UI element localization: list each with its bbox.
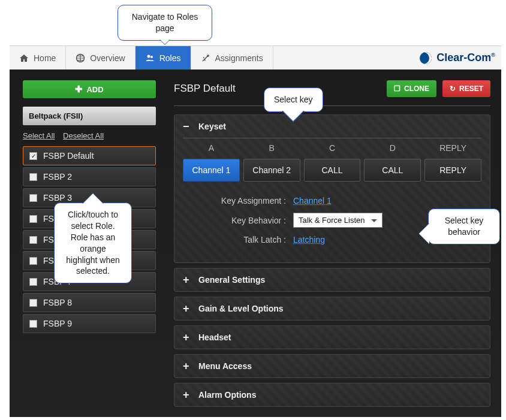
nav-overview[interactable]: Overview xyxy=(66,46,135,70)
home-icon xyxy=(19,53,29,63)
main: FSBP Default ❐ CLONE ↻ RESET − Keyset A … xyxy=(174,80,490,417)
wand-icon xyxy=(201,53,210,63)
checkbox-icon[interactable] xyxy=(29,194,37,202)
top-nav: Home Overview Roles Assignments Clear-Co… xyxy=(10,46,501,70)
role-label: FSBP 2 xyxy=(43,172,72,182)
clone-button[interactable]: ❐ CLONE xyxy=(387,80,436,97)
section-general-settings: + General Settings xyxy=(174,268,490,292)
svg-point-1 xyxy=(147,55,150,58)
key-button-d[interactable]: CALL xyxy=(364,159,421,182)
reset-icon: ↻ xyxy=(450,84,456,93)
plus-icon: + xyxy=(183,274,191,285)
talk-latch-label: Talk Latch : xyxy=(183,235,291,244)
key-behavior-label: Key Behavior : xyxy=(183,216,291,225)
section-headset: + Headset xyxy=(174,325,490,349)
section-title: General Settings xyxy=(198,275,265,285)
plus-icon: + xyxy=(183,332,191,343)
nav-label: Overview xyxy=(90,53,125,63)
brand-logo-icon xyxy=(420,52,432,64)
talk-latch-value[interactable]: Latching xyxy=(293,235,325,244)
nav-assignments[interactable]: Assignments xyxy=(191,46,273,70)
key-button-c[interactable]: CALL xyxy=(304,159,361,182)
main-header: FSBP Default ❐ CLONE ↻ RESET xyxy=(174,80,490,106)
plus-icon: + xyxy=(183,389,191,400)
plus-icon: ✚ xyxy=(75,84,83,95)
key-button-b[interactable]: Channel 2 xyxy=(243,159,300,182)
section-title: Alarm Options xyxy=(198,390,256,400)
checkbox-icon[interactable] xyxy=(29,215,37,223)
checkbox-icon[interactable] xyxy=(29,320,37,328)
callout-nav: Navigate to Roles page xyxy=(118,5,212,41)
reset-label: RESET xyxy=(459,84,483,93)
section-menu-access: + Menu Access xyxy=(174,354,490,378)
section-toggle[interactable]: + Gain & Level Options xyxy=(174,297,490,320)
role-item[interactable]: ✓ FSBP Default xyxy=(23,146,156,165)
section-toggle[interactable]: + General Settings xyxy=(174,268,490,291)
section-alarm-options: + Alarm Options xyxy=(174,383,490,407)
callout-role: Click/touch to select Role. Role has an … xyxy=(54,203,132,283)
section-toggle[interactable]: + Alarm Options xyxy=(174,383,490,406)
plus-icon: + xyxy=(183,361,191,371)
callout-behavior: Select key behavior xyxy=(428,209,500,244)
select-all-link[interactable]: Select All xyxy=(23,131,55,140)
role-label: FSBP 3 xyxy=(43,193,72,203)
add-button[interactable]: ✚ ADD xyxy=(23,80,156,98)
nav-home[interactable]: Home xyxy=(10,46,66,70)
section-title: Headset xyxy=(198,333,231,342)
clone-icon: ❐ xyxy=(394,84,400,93)
brand: Clear-Com® xyxy=(414,46,501,70)
key-header: C xyxy=(304,138,361,159)
role-label: FSBP 9 xyxy=(43,319,72,328)
plus-icon: + xyxy=(183,303,191,314)
checkbox-icon[interactable]: ✓ xyxy=(29,152,37,160)
keyset-row: A Channel 1 B Channel 2 C CALL D CALL xyxy=(183,138,481,182)
section-toggle[interactable]: + Headset xyxy=(174,326,490,349)
clone-label: CLONE xyxy=(404,84,429,93)
section-title: Menu Access xyxy=(198,361,252,371)
users-icon xyxy=(145,53,155,63)
role-item[interactable]: FSBP 9 xyxy=(23,314,156,333)
reset-button[interactable]: ↻ RESET xyxy=(442,80,490,97)
section-title: Keyset xyxy=(198,122,226,131)
nav-label: Home xyxy=(34,53,56,63)
checkbox-icon[interactable] xyxy=(29,299,37,307)
key-assignment-value[interactable]: Channel 1 xyxy=(293,196,332,206)
key-header: A xyxy=(183,138,240,159)
deselect-all-link[interactable]: Deselect All xyxy=(63,131,104,140)
section-title: Gain & Level Options xyxy=(198,304,284,313)
nav-label: Roles xyxy=(159,53,181,63)
nav-label: Assignments xyxy=(215,53,263,63)
role-item[interactable]: FSBP 8 xyxy=(23,293,156,312)
callout-key: Select key xyxy=(264,87,323,112)
globe-icon xyxy=(76,53,85,63)
section-toggle[interactable]: + Menu Access xyxy=(174,355,490,377)
checkbox-icon[interactable] xyxy=(29,257,37,265)
section-toggle-keyset[interactable]: − Keyset xyxy=(174,115,490,138)
add-label: ADD xyxy=(86,85,103,94)
key-behavior-select[interactable]: Talk & Force Listen xyxy=(293,213,382,228)
checkbox-icon[interactable] xyxy=(29,173,37,181)
role-label: FSBP Default xyxy=(43,151,94,161)
key-button-a[interactable]: Channel 1 xyxy=(183,159,240,182)
section-gain-level: + Gain & Level Options xyxy=(174,297,490,321)
key-header: B xyxy=(243,138,300,159)
checkbox-icon[interactable] xyxy=(29,236,37,244)
key-assignment-label: Key Assignment : xyxy=(183,196,291,206)
key-header: D xyxy=(364,138,421,159)
role-label: FSBP 8 xyxy=(43,298,72,307)
sidebar-panel-title: Beltpack (FSII) xyxy=(23,107,156,125)
select-links: Select All Deselect All xyxy=(23,131,156,140)
checkbox-icon[interactable] xyxy=(29,278,37,286)
svg-point-2 xyxy=(150,56,153,58)
key-button-reply[interactable]: REPLY xyxy=(424,159,481,182)
minus-icon: − xyxy=(183,121,191,132)
key-header: REPLY xyxy=(424,138,481,159)
